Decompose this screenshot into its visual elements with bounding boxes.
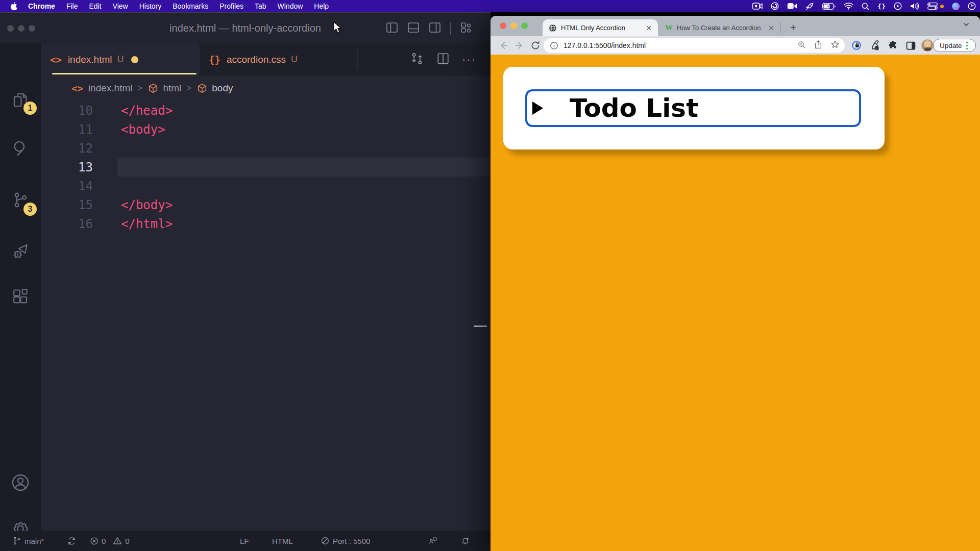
eol-indicator[interactable]: LF bbox=[240, 531, 249, 551]
breadcrumb-file[interactable]: index.html bbox=[88, 83, 133, 94]
activity-bar: 1 3 1 bbox=[0, 43, 41, 531]
menu-item-window[interactable]: Window bbox=[272, 2, 309, 10]
live-server-port[interactable]: Port : 5500 bbox=[321, 531, 370, 551]
new-tab-button[interactable]: + bbox=[786, 20, 801, 35]
zoom-icon[interactable] bbox=[797, 40, 806, 51]
braces-app-icon[interactable]: {} bbox=[877, 3, 886, 10]
language-mode[interactable]: HTML bbox=[272, 531, 293, 551]
address-bar[interactable]: 127.0.0.1:5500/index.html bbox=[544, 38, 845, 53]
breadcrumb-body[interactable]: body bbox=[212, 83, 233, 94]
problems-status[interactable]: 0 0 bbox=[90, 531, 130, 551]
sidebar-item-run-debug[interactable] bbox=[0, 233, 41, 269]
menu-item-bookmarks[interactable]: Bookmarks bbox=[167, 2, 214, 10]
site-info-icon[interactable] bbox=[550, 41, 558, 50]
apple-menu-icon[interactable] bbox=[10, 2, 17, 10]
share-icon[interactable] bbox=[814, 40, 822, 51]
vscode-status-bar: main* 0 0 LF HTML Port : 5500 bbox=[0, 531, 491, 551]
menu-item-view[interactable]: View bbox=[107, 2, 134, 10]
battery-icon[interactable] bbox=[822, 3, 836, 10]
title-actions-divider bbox=[450, 22, 451, 35]
menu-item-edit[interactable]: Edit bbox=[83, 2, 107, 10]
reload-button[interactable] bbox=[530, 36, 541, 55]
tab-search-chevron-icon[interactable] bbox=[963, 21, 970, 30]
more-actions-icon[interactable]: ··· bbox=[462, 53, 476, 66]
tab-index-html[interactable]: <> index.html U bbox=[41, 43, 199, 76]
unsaved-dot-icon[interactable] bbox=[131, 56, 138, 63]
back-button[interactable] bbox=[498, 36, 509, 55]
menu-item-history[interactable]: History bbox=[134, 2, 167, 10]
tab-separator bbox=[357, 49, 358, 69]
explorer-badge: 1 bbox=[23, 102, 37, 115]
vscode-title-bar[interactable]: index.html — html-only-accordion bbox=[0, 12, 491, 43]
sidebar-item-explorer[interactable]: 1 bbox=[0, 82, 41, 118]
sidebar-item-source-control[interactable]: 3 bbox=[0, 182, 41, 218]
live-share-icon[interactable] bbox=[428, 531, 437, 551]
menu-item-help[interactable]: Help bbox=[308, 2, 334, 10]
open-changes-icon[interactable] bbox=[410, 52, 424, 68]
tab-how-to-create-accordion[interactable]: W How To Create an Accordion ✕ bbox=[659, 19, 780, 36]
menu-item-file[interactable]: File bbox=[61, 2, 84, 10]
tab-accordion-css[interactable]: {} accordion.css U bbox=[200, 43, 357, 76]
chrome-window: HTML Only Accordion ✕ W How To Create an… bbox=[491, 16, 980, 551]
webpage-viewport: Todo List bbox=[491, 55, 980, 551]
branch-icon bbox=[12, 536, 21, 545]
notifications-bell-icon[interactable] bbox=[460, 531, 470, 551]
browser-menu-icon[interactable] bbox=[966, 42, 968, 49]
macos-menu-bar: Chrome File Edit View History Bookmarks … bbox=[0, 0, 980, 12]
code-line: 15</body> bbox=[41, 195, 491, 214]
extensions-puzzle-icon[interactable] bbox=[888, 36, 899, 55]
chrome-toolbar: 127.0.0.1:5500/index.html Update bbox=[491, 36, 980, 55]
extension-icon-eyedropper[interactable] bbox=[869, 36, 880, 55]
sync-changes-button[interactable] bbox=[67, 531, 76, 551]
editor-sash-handle[interactable] bbox=[474, 325, 487, 327]
tab-divider bbox=[780, 22, 781, 33]
split-editor-icon[interactable] bbox=[436, 52, 450, 67]
bookmark-star-icon[interactable] bbox=[830, 40, 840, 51]
warning-icon bbox=[113, 536, 122, 545]
git-branch-status[interactable]: main* bbox=[12, 531, 44, 551]
sidebar-item-extensions[interactable] bbox=[0, 279, 41, 315]
close-window-button[interactable] bbox=[500, 22, 506, 29]
breadcrumb-separator: > bbox=[186, 83, 191, 93]
sidebar-item-search[interactable] bbox=[0, 130, 41, 166]
tab-html-only-accordion[interactable]: HTML Only Accordion ✕ bbox=[543, 19, 658, 36]
video-camera-icon[interactable] bbox=[787, 3, 797, 10]
control-center-icon[interactable] bbox=[927, 3, 938, 10]
git-status-flag: U bbox=[117, 54, 124, 65]
forward-button[interactable] bbox=[514, 36, 525, 55]
record-icon[interactable] bbox=[771, 2, 779, 10]
profile-avatar[interactable] bbox=[921, 36, 934, 55]
accordion-summary[interactable]: Todo List bbox=[525, 89, 861, 127]
play-circle-icon[interactable] bbox=[894, 2, 902, 10]
account-icon[interactable] bbox=[0, 465, 41, 500]
symbol-cube-icon bbox=[148, 83, 159, 94]
toggle-sidebar-icon[interactable] bbox=[386, 21, 398, 36]
details-marker-icon[interactable] bbox=[532, 102, 543, 115]
zoom-window-button[interactable] bbox=[521, 22, 528, 29]
menu-item-tab[interactable]: Tab bbox=[249, 2, 272, 10]
toggle-secondary-sidebar-icon[interactable] bbox=[429, 21, 441, 36]
update-chrome-button[interactable]: Update bbox=[933, 39, 976, 52]
menu-item-profiles[interactable]: Profiles bbox=[214, 2, 249, 10]
extension-icon-privacy[interactable] bbox=[851, 36, 862, 55]
customize-layout-icon[interactable] bbox=[460, 21, 472, 36]
menu-item-chrome[interactable]: Chrome bbox=[22, 2, 61, 10]
mouse-cursor bbox=[333, 21, 343, 37]
side-panel-icon[interactable] bbox=[905, 36, 916, 55]
url-text[interactable]: 127.0.0.1:5500/index.html bbox=[564, 41, 646, 49]
rocket-icon[interactable] bbox=[805, 2, 814, 11]
siri-icon[interactable] bbox=[952, 3, 960, 10]
editor-tab-bar: <> index.html U {} accordion.css U ··· bbox=[41, 43, 491, 76]
code-editor[interactable]: 10</head> 11<body> 12 13 14 15</body> 16… bbox=[41, 101, 491, 531]
minimize-window-button[interactable] bbox=[510, 22, 517, 29]
port-icon bbox=[321, 536, 330, 545]
clock-icon[interactable] bbox=[968, 2, 976, 10]
close-tab-icon[interactable]: ✕ bbox=[646, 24, 652, 32]
close-tab-icon[interactable]: ✕ bbox=[768, 24, 774, 32]
volume-icon[interactable] bbox=[910, 3, 919, 10]
breadcrumb-html[interactable]: html bbox=[163, 83, 181, 94]
wifi-icon[interactable] bbox=[844, 3, 853, 10]
screen-record-camera-icon[interactable] bbox=[752, 3, 763, 10]
spotlight-search-icon[interactable] bbox=[862, 3, 869, 10]
toggle-panel-icon[interactable] bbox=[407, 21, 420, 36]
